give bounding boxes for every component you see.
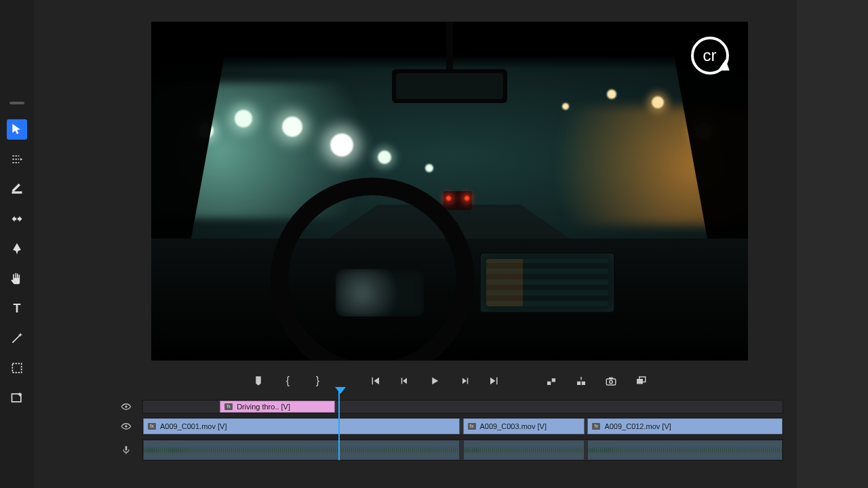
pen-icon xyxy=(10,242,24,256)
track-v1-toggle[interactable] xyxy=(115,418,137,435)
type-tool[interactable]: T xyxy=(7,298,27,319)
bokeh-light xyxy=(562,103,569,110)
play-button[interactable] xyxy=(427,373,442,388)
clip-label: A009_C001.mov [V] xyxy=(160,422,226,430)
hand-icon xyxy=(10,272,24,285)
brace-out-icon: } xyxy=(316,375,319,386)
fx-badge-icon xyxy=(148,423,156,430)
wand-icon xyxy=(10,331,24,345)
bokeh-light xyxy=(696,123,712,140)
tools-panel: T xyxy=(0,0,34,488)
lane-marker xyxy=(449,316,450,361)
timeline-audio-clip[interactable] xyxy=(463,440,585,460)
track-a1[interactable] xyxy=(142,439,783,461)
crop-tool[interactable] xyxy=(7,358,27,378)
extract-icon xyxy=(575,375,587,387)
lift-icon xyxy=(545,375,557,387)
lift-button[interactable] xyxy=(544,373,559,388)
add-caption-tool[interactable] xyxy=(7,388,27,408)
overlay-icon xyxy=(635,375,647,387)
video-editor-app: T xyxy=(0,0,868,488)
export-frame-button[interactable] xyxy=(604,373,618,388)
eye-icon xyxy=(121,421,132,432)
bokeh-light xyxy=(378,150,391,164)
pen-tool[interactable] xyxy=(7,239,27,259)
fx-badge-icon xyxy=(592,423,600,430)
svg-rect-3 xyxy=(467,378,468,384)
watermark-badge: cr xyxy=(691,37,729,75)
fx-badge-icon xyxy=(468,423,476,430)
step-back-button[interactable] xyxy=(397,373,412,388)
hand-tool[interactable] xyxy=(7,268,27,289)
insert-overlay-button[interactable] xyxy=(633,373,648,388)
svg-rect-4 xyxy=(547,382,551,385)
svg-point-14 xyxy=(125,425,127,427)
mark-in-button[interactable]: { xyxy=(281,373,296,388)
track-select-tool[interactable] xyxy=(7,149,27,169)
timeline-audio-clip[interactable] xyxy=(587,440,783,460)
program-monitor[interactable]: cr xyxy=(151,22,748,361)
bokeh-light xyxy=(607,89,616,99)
timeline-panel: Driving thro.. [V] A009_C001.mov [V] A00… xyxy=(115,400,783,461)
editor-main: cr { } xyxy=(34,0,797,488)
svg-rect-2 xyxy=(401,378,402,384)
step-back-icon xyxy=(399,375,411,387)
svg-rect-15 xyxy=(125,446,127,451)
timeline-clip[interactable]: A009_C003.mov [V] xyxy=(463,418,585,434)
crop-icon xyxy=(10,361,24,375)
add-caption-icon xyxy=(10,391,24,405)
bokeh-light xyxy=(330,134,353,157)
timeline-clip[interactable]: A009_C012.mov [V] xyxy=(587,418,783,434)
right-gutter xyxy=(797,0,868,488)
fx-badge-icon xyxy=(224,403,233,410)
cursor-icon xyxy=(10,123,24,136)
go-out-icon xyxy=(488,375,500,387)
magic-tool[interactable] xyxy=(7,328,27,348)
bokeh-light xyxy=(199,123,214,138)
timeline-clip[interactable]: Driving thro.. [V] xyxy=(220,401,335,413)
transport-bar: { } xyxy=(115,366,783,396)
track-v2-toggle[interactable] xyxy=(115,400,137,413)
add-marker-button[interactable] xyxy=(251,373,266,388)
bokeh-light xyxy=(282,117,302,137)
program-monitor-wrap: cr xyxy=(115,22,783,361)
go-to-in-button[interactable] xyxy=(368,373,382,388)
step-fwd-icon xyxy=(458,375,471,387)
step-forward-button[interactable] xyxy=(457,373,472,388)
svg-rect-5 xyxy=(551,378,555,382)
track-v1[interactable]: A009_C001.mov [V] A009_C003.mov [V] A009… xyxy=(142,418,783,435)
svg-rect-10 xyxy=(609,378,613,380)
timeline-clip[interactable]: A009_C001.mov [V] xyxy=(143,418,460,434)
svg-point-13 xyxy=(125,405,127,407)
toolbar-handle[interactable] xyxy=(9,102,24,104)
track-select-icon xyxy=(10,152,24,166)
go-in-icon xyxy=(369,375,381,387)
type-icon: T xyxy=(14,302,21,316)
track-v2[interactable]: Driving thro.. [V] xyxy=(142,400,783,413)
ripple-edit-tool[interactable] xyxy=(7,209,27,229)
svg-rect-0 xyxy=(12,191,22,193)
svg-rect-7 xyxy=(581,382,585,385)
car-ahead xyxy=(443,191,472,210)
watermark-text: cr xyxy=(703,46,717,65)
svg-rect-8 xyxy=(606,379,616,385)
svg-rect-6 xyxy=(577,382,580,385)
timeline-audio-clip[interactable] xyxy=(143,440,460,460)
mark-out-button[interactable]: } xyxy=(311,373,326,388)
eye-icon xyxy=(121,401,132,412)
extract-button[interactable] xyxy=(574,373,589,388)
mic-icon xyxy=(121,445,132,455)
preview-glow-left xyxy=(151,83,450,218)
camera-icon xyxy=(605,375,617,387)
clip-label: Driving thro.. [V] xyxy=(237,403,290,411)
clip-label: A009_C003.mov [V] xyxy=(480,422,547,430)
svg-point-9 xyxy=(609,380,612,384)
razor-tool[interactable] xyxy=(7,179,27,199)
track-a1-toggle[interactable] xyxy=(115,439,137,461)
razor-icon xyxy=(10,182,24,196)
brace-in-icon: { xyxy=(286,375,290,386)
marker-icon xyxy=(252,375,264,387)
bokeh-light xyxy=(235,110,252,127)
go-to-out-button[interactable] xyxy=(487,373,502,388)
selection-tool[interactable] xyxy=(7,119,27,140)
